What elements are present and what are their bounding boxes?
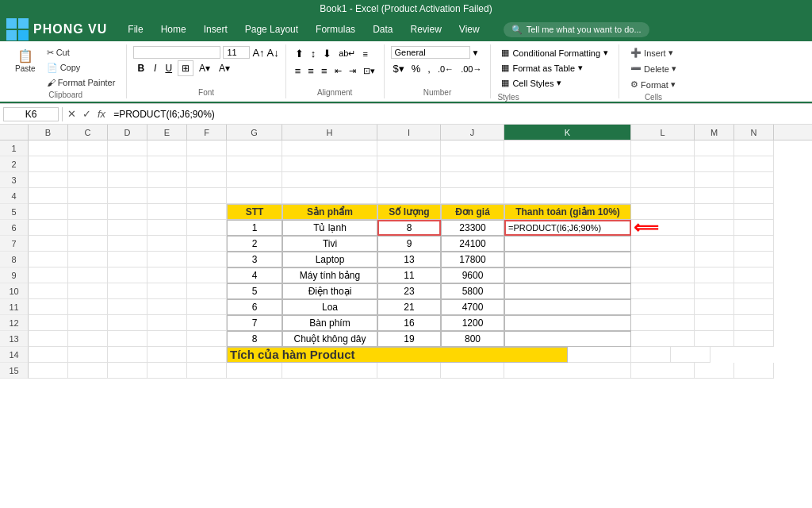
cell-c2[interactable] (68, 156, 108, 172)
cell-m9[interactable] (695, 267, 734, 283)
cell-h10[interactable]: Điện thoại (282, 283, 377, 299)
col-m[interactable]: M (695, 125, 734, 140)
cell-i13[interactable]: 19 (377, 331, 441, 347)
cell-b7[interactable] (29, 236, 68, 252)
name-box[interactable] (3, 107, 59, 121)
cell-k11[interactable] (504, 299, 631, 315)
cell-b6[interactable] (29, 220, 68, 236)
cell-b10[interactable] (29, 283, 68, 299)
cell-j1[interactable] (441, 140, 504, 156)
cell-n10[interactable] (734, 283, 774, 299)
cell-h15[interactable] (282, 363, 377, 379)
cell-b14[interactable] (29, 347, 68, 363)
cell-k9[interactable] (504, 267, 631, 283)
comma-button[interactable]: , (425, 61, 433, 76)
cell-l14[interactable] (568, 347, 631, 363)
cell-j7[interactable]: 24100 (441, 236, 504, 252)
cell-d2[interactable] (108, 156, 147, 172)
cell-m13[interactable] (695, 331, 734, 347)
col-l[interactable]: L (631, 125, 695, 140)
cell-j9[interactable]: 9600 (441, 267, 504, 283)
insert-button[interactable]: ➕ Insert ▾ (626, 46, 681, 60)
cell-i4[interactable] (377, 188, 441, 204)
cell-e10[interactable] (147, 283, 187, 299)
cell-l11[interactable] (631, 299, 695, 315)
wrap-text-button[interactable]: ≡ (360, 48, 370, 60)
percent-button[interactable]: % (409, 61, 423, 76)
cell-b11[interactable] (29, 299, 68, 315)
col-k[interactable]: K (504, 125, 631, 140)
cell-m4[interactable] (695, 188, 734, 204)
align-top-button[interactable]: ⬆ (293, 46, 306, 61)
cell-g9[interactable]: 4 (227, 267, 282, 283)
cell-e5[interactable] (147, 204, 187, 220)
cell-c4[interactable] (68, 188, 108, 204)
cell-c6[interactable] (68, 220, 108, 236)
cell-h8[interactable]: Laptop (282, 252, 377, 267)
cell-c7[interactable] (68, 236, 108, 252)
cell-f14[interactable] (187, 347, 227, 363)
cell-f3[interactable] (187, 172, 227, 188)
col-f[interactable]: F (187, 125, 227, 140)
cell-d3[interactable] (108, 172, 147, 188)
number-format-dropdown[interactable]: ▼ (472, 48, 480, 57)
cell-j10[interactable]: 5800 (441, 283, 504, 299)
paste-button[interactable]: 📋 Paste (11, 46, 40, 89)
cell-m7[interactable] (695, 236, 734, 252)
cell-j15[interactable] (441, 363, 504, 379)
row-header-6[interactable]: 6 (0, 220, 29, 236)
cell-i6[interactable]: 8 (377, 220, 441, 236)
cell-m10[interactable] (695, 283, 734, 299)
cell-i12[interactable]: 16 (377, 315, 441, 331)
cell-k6-formula[interactable]: =PRODUCT(I6;J6;90%) (504, 220, 631, 236)
cell-b12[interactable] (29, 315, 68, 331)
cell-d10[interactable] (108, 283, 147, 299)
menu-insert[interactable]: Insert (196, 21, 236, 38)
cell-l7[interactable] (631, 236, 695, 252)
cell-m1[interactable] (695, 140, 734, 156)
cell-d13[interactable] (108, 331, 147, 347)
cell-k12[interactable] (504, 315, 631, 331)
cell-f10[interactable] (187, 283, 227, 299)
currency-button[interactable]: $▾ (391, 61, 407, 76)
cell-l4[interactable] (631, 188, 695, 204)
cell-d8[interactable] (108, 252, 147, 267)
cell-n4[interactable] (734, 188, 774, 204)
row-header-3[interactable]: 3 (0, 172, 29, 188)
cell-j2[interactable] (441, 156, 504, 172)
row-header-8[interactable]: 8 (0, 252, 29, 267)
confirm-formula-icon[interactable]: ✓ (81, 106, 93, 121)
cell-c8[interactable] (68, 252, 108, 267)
cell-m15[interactable] (695, 363, 734, 379)
cell-b13[interactable] (29, 331, 68, 347)
cell-d1[interactable] (108, 140, 147, 156)
cell-f12[interactable] (187, 315, 227, 331)
cell-m11[interactable] (695, 299, 734, 315)
cell-k4[interactable] (504, 188, 631, 204)
cell-m6[interactable] (695, 220, 734, 236)
merge-cells-button[interactable]: ⊡▾ (361, 64, 377, 78)
cell-i10[interactable]: 23 (377, 283, 441, 299)
align-bottom-button[interactable]: ⬇ (320, 46, 334, 61)
cell-i1[interactable] (377, 140, 441, 156)
cell-n2[interactable] (734, 156, 774, 172)
cell-m14[interactable] (631, 347, 671, 363)
header-price[interactable]: Đơn giá (441, 204, 504, 220)
header-quantity[interactable]: Số lượng (377, 204, 441, 220)
row-header-14[interactable]: 14 (0, 347, 29, 363)
font-name-input[interactable] (133, 46, 220, 59)
cell-m8[interactable] (695, 252, 734, 267)
increase-decimal-button[interactable]: .00→ (458, 63, 484, 75)
row-header-2[interactable]: 2 (0, 156, 29, 172)
cell-e4[interactable] (147, 188, 187, 204)
tell-me-box[interactable]: 🔍 Tell me what you want to do... (504, 22, 649, 37)
cell-l12[interactable] (631, 315, 695, 331)
row-header-9[interactable]: 9 (0, 267, 29, 283)
cell-f13[interactable] (187, 331, 227, 347)
cell-f2[interactable] (187, 156, 227, 172)
col-n[interactable]: N (734, 125, 774, 140)
cell-f11[interactable] (187, 299, 227, 315)
row-header-12[interactable]: 12 (0, 315, 29, 331)
cell-l13[interactable] (631, 331, 695, 347)
cell-k13[interactable] (504, 331, 631, 347)
